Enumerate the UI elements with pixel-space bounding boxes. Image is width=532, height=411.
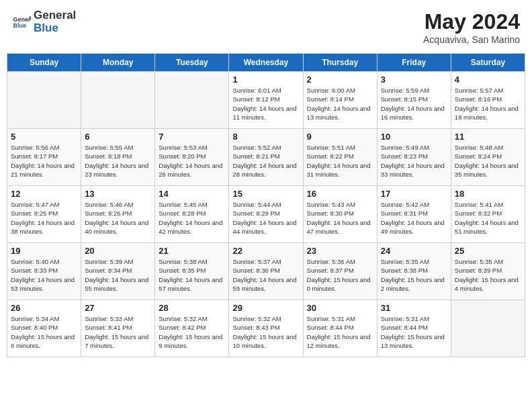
day-info: Sunrise: 5:59 AMSunset: 8:15 PMDaylight:… xyxy=(381,86,447,122)
day-cell: 20Sunrise: 5:39 AMSunset: 8:34 PMDayligh… xyxy=(81,243,155,300)
day-cell xyxy=(81,72,155,129)
day-cell: 29Sunrise: 5:32 AMSunset: 8:43 PMDayligh… xyxy=(229,300,303,357)
day-number: 8 xyxy=(232,132,299,142)
day-number: 12 xyxy=(11,189,77,199)
day-cell: 22Sunrise: 5:37 AMSunset: 8:36 PMDayligh… xyxy=(229,243,303,300)
day-info: Sunrise: 5:53 AMSunset: 8:20 PMDaylight:… xyxy=(159,143,225,179)
day-number: 7 xyxy=(159,132,225,142)
day-info: Sunrise: 5:55 AMSunset: 8:18 PMDaylight:… xyxy=(85,143,151,179)
col-header-tuesday: Tuesday xyxy=(155,54,229,72)
day-info: Sunrise: 5:41 AMSunset: 8:32 PMDaylight:… xyxy=(455,200,521,236)
day-number: 26 xyxy=(11,303,77,313)
day-cell: 27Sunrise: 5:33 AMSunset: 8:41 PMDayligh… xyxy=(81,300,155,357)
day-cell: 23Sunrise: 5:36 AMSunset: 8:37 PMDayligh… xyxy=(303,243,377,300)
col-header-monday: Monday xyxy=(81,54,155,72)
title-area: May 2024 Acquaviva, San Marino xyxy=(423,9,520,45)
day-info: Sunrise: 5:51 AMSunset: 8:22 PMDaylight:… xyxy=(307,143,373,179)
day-info: Sunrise: 5:35 AMSunset: 8:38 PMDaylight:… xyxy=(381,257,447,293)
day-cell: 24Sunrise: 5:35 AMSunset: 8:38 PMDayligh… xyxy=(377,243,451,300)
day-number: 15 xyxy=(232,189,299,199)
day-info: Sunrise: 5:48 AMSunset: 8:24 PMDaylight:… xyxy=(455,143,521,179)
day-cell: 25Sunrise: 5:35 AMSunset: 8:39 PMDayligh… xyxy=(451,243,525,300)
day-number: 19 xyxy=(11,246,77,256)
week-row-5: 26Sunrise: 5:34 AMSunset: 8:40 PMDayligh… xyxy=(7,300,525,357)
day-cell: 26Sunrise: 5:34 AMSunset: 8:40 PMDayligh… xyxy=(7,300,81,357)
day-info: Sunrise: 5:36 AMSunset: 8:37 PMDaylight:… xyxy=(307,257,373,293)
day-number: 31 xyxy=(381,303,447,313)
page-header: General Blue General Blue May 2024 Acqua… xyxy=(7,7,525,48)
day-cell: 18Sunrise: 5:41 AMSunset: 8:32 PMDayligh… xyxy=(451,186,525,243)
day-number: 14 xyxy=(159,189,225,199)
day-info: Sunrise: 5:40 AMSunset: 8:33 PMDaylight:… xyxy=(11,257,77,293)
day-number: 25 xyxy=(455,246,521,256)
day-info: Sunrise: 5:31 AMSunset: 8:44 PMDaylight:… xyxy=(307,314,373,350)
day-info: Sunrise: 5:46 AMSunset: 8:26 PMDaylight:… xyxy=(85,200,151,236)
day-cell: 19Sunrise: 5:40 AMSunset: 8:33 PMDayligh… xyxy=(7,243,81,300)
day-info: Sunrise: 5:32 AMSunset: 8:43 PMDaylight:… xyxy=(232,314,299,350)
day-cell: 14Sunrise: 5:45 AMSunset: 8:28 PMDayligh… xyxy=(155,186,229,243)
week-row-3: 12Sunrise: 5:47 AMSunset: 8:25 PMDayligh… xyxy=(7,186,525,243)
day-info: Sunrise: 5:32 AMSunset: 8:42 PMDaylight:… xyxy=(159,314,225,350)
day-number: 21 xyxy=(159,246,225,256)
day-info: Sunrise: 6:01 AMSunset: 8:12 PMDaylight:… xyxy=(232,86,299,122)
day-number: 24 xyxy=(381,246,447,256)
col-header-thursday: Thursday xyxy=(303,54,377,72)
day-number: 30 xyxy=(307,303,373,313)
logo-general-text: General xyxy=(34,9,76,22)
day-info: Sunrise: 5:31 AMSunset: 8:44 PMDaylight:… xyxy=(381,314,447,350)
day-info: Sunrise: 5:47 AMSunset: 8:25 PMDaylight:… xyxy=(11,200,77,236)
day-info: Sunrise: 5:45 AMSunset: 8:28 PMDaylight:… xyxy=(159,200,225,236)
logo-blue-text: Blue xyxy=(34,22,76,35)
day-number: 28 xyxy=(159,303,225,313)
col-header-friday: Friday xyxy=(377,54,451,72)
day-info: Sunrise: 5:37 AMSunset: 8:36 PMDaylight:… xyxy=(232,257,299,293)
day-cell: 1Sunrise: 6:01 AMSunset: 8:12 PMDaylight… xyxy=(229,72,303,129)
location-title: Acquaviva, San Marino xyxy=(423,34,520,45)
day-number: 29 xyxy=(232,303,299,313)
logo: General Blue General Blue xyxy=(12,9,76,34)
day-cell: 28Sunrise: 5:32 AMSunset: 8:42 PMDayligh… xyxy=(155,300,229,357)
day-cell: 21Sunrise: 5:38 AMSunset: 8:35 PMDayligh… xyxy=(155,243,229,300)
day-info: Sunrise: 5:49 AMSunset: 8:23 PMDaylight:… xyxy=(381,143,447,179)
day-number: 20 xyxy=(85,246,151,256)
day-info: Sunrise: 5:56 AMSunset: 8:17 PMDaylight:… xyxy=(11,143,77,179)
svg-text:Blue: Blue xyxy=(13,22,26,29)
day-number: 10 xyxy=(381,132,447,142)
col-header-sunday: Sunday xyxy=(7,54,81,72)
day-cell: 31Sunrise: 5:31 AMSunset: 8:44 PMDayligh… xyxy=(377,300,451,357)
day-number: 23 xyxy=(307,246,373,256)
day-number: 13 xyxy=(85,189,151,199)
day-info: Sunrise: 5:42 AMSunset: 8:31 PMDaylight:… xyxy=(381,200,447,236)
day-cell: 17Sunrise: 5:42 AMSunset: 8:31 PMDayligh… xyxy=(377,186,451,243)
day-cell: 15Sunrise: 5:44 AMSunset: 8:29 PMDayligh… xyxy=(229,186,303,243)
day-info: Sunrise: 5:44 AMSunset: 8:29 PMDaylight:… xyxy=(232,200,299,236)
day-cell: 5Sunrise: 5:56 AMSunset: 8:17 PMDaylight… xyxy=(7,129,81,186)
svg-text:General: General xyxy=(13,15,31,22)
week-row-1: 1Sunrise: 6:01 AMSunset: 8:12 PMDaylight… xyxy=(7,72,525,129)
day-number: 5 xyxy=(11,132,77,142)
day-info: Sunrise: 5:35 AMSunset: 8:39 PMDaylight:… xyxy=(455,257,521,293)
day-number: 11 xyxy=(455,132,521,142)
day-number: 18 xyxy=(455,189,521,199)
day-cell: 4Sunrise: 5:57 AMSunset: 8:16 PMDaylight… xyxy=(451,72,525,129)
col-header-wednesday: Wednesday xyxy=(229,54,303,72)
day-info: Sunrise: 5:39 AMSunset: 8:34 PMDaylight:… xyxy=(85,257,151,293)
day-cell: 9Sunrise: 5:51 AMSunset: 8:22 PMDaylight… xyxy=(303,129,377,186)
day-number: 2 xyxy=(307,75,373,85)
day-cell: 11Sunrise: 5:48 AMSunset: 8:24 PMDayligh… xyxy=(451,129,525,186)
day-number: 4 xyxy=(455,75,521,85)
day-number: 1 xyxy=(232,75,299,85)
month-title: May 2024 xyxy=(423,9,520,34)
day-cell: 10Sunrise: 5:49 AMSunset: 8:23 PMDayligh… xyxy=(377,129,451,186)
logo-icon: General Blue xyxy=(12,13,31,32)
day-cell: 7Sunrise: 5:53 AMSunset: 8:20 PMDaylight… xyxy=(155,129,229,186)
day-number: 27 xyxy=(85,303,151,313)
day-cell: 12Sunrise: 5:47 AMSunset: 8:25 PMDayligh… xyxy=(7,186,81,243)
week-row-2: 5Sunrise: 5:56 AMSunset: 8:17 PMDaylight… xyxy=(7,129,525,186)
day-info: Sunrise: 5:38 AMSunset: 8:35 PMDaylight:… xyxy=(159,257,225,293)
day-number: 9 xyxy=(307,132,373,142)
day-info: Sunrise: 5:33 AMSunset: 8:41 PMDaylight:… xyxy=(85,314,151,350)
header-row: SundayMondayTuesdayWednesdayThursdayFrid… xyxy=(7,54,525,72)
day-cell: 16Sunrise: 5:43 AMSunset: 8:30 PMDayligh… xyxy=(303,186,377,243)
day-info: Sunrise: 5:57 AMSunset: 8:16 PMDaylight:… xyxy=(455,86,521,122)
